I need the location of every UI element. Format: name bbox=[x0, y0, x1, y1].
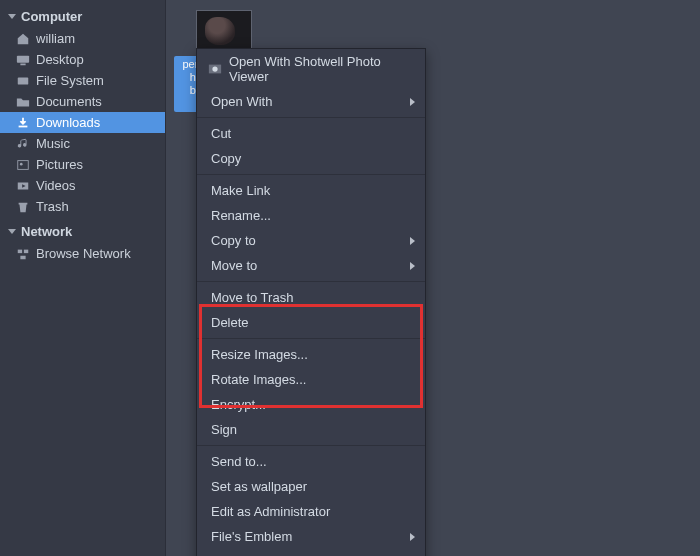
menu-cut[interactable]: Cut bbox=[197, 121, 425, 146]
pictures-icon bbox=[16, 158, 30, 172]
menu-send-to[interactable]: Send to... bbox=[197, 449, 425, 474]
menu-delete[interactable]: Delete bbox=[197, 310, 425, 335]
menu-move-to[interactable]: Move to bbox=[197, 253, 425, 278]
menu-label: Delete bbox=[211, 315, 249, 330]
menu-sign[interactable]: Sign bbox=[197, 417, 425, 442]
menu-rotate-images[interactable]: Rotate Images... bbox=[197, 367, 425, 392]
menu-label: Send to... bbox=[211, 454, 267, 469]
sidebar-item-label: Browse Network bbox=[36, 246, 131, 261]
sidebar-item-desktop[interactable]: Desktop bbox=[0, 49, 165, 70]
svg-rect-2 bbox=[18, 77, 29, 84]
svg-point-11 bbox=[212, 66, 217, 71]
menu-label: Resize Images... bbox=[211, 347, 308, 362]
menu-label: Sign bbox=[211, 422, 237, 437]
menu-label: Move to bbox=[211, 258, 257, 273]
sidebar-item-label: File System bbox=[36, 73, 104, 88]
menu-compress[interactable]: Compress... bbox=[197, 549, 425, 556]
menu-files-emblem[interactable]: File's Emblem bbox=[197, 524, 425, 549]
menu-resize-images[interactable]: Resize Images... bbox=[197, 342, 425, 367]
expand-icon bbox=[8, 14, 16, 19]
sidebar-item-label: william bbox=[36, 31, 75, 46]
sidebar-item-downloads[interactable]: Downloads bbox=[0, 112, 165, 133]
menu-label: Move to Trash bbox=[211, 290, 293, 305]
videos-icon bbox=[16, 179, 30, 193]
network-icon bbox=[16, 247, 30, 261]
svg-rect-1 bbox=[20, 63, 25, 65]
sidebar-item-browse-network[interactable]: Browse Network bbox=[0, 243, 165, 264]
folder-icon bbox=[16, 95, 30, 109]
menu-label: File's Emblem bbox=[211, 529, 292, 544]
chevron-right-icon bbox=[410, 262, 415, 270]
sidebar-item-label: Music bbox=[36, 136, 70, 151]
sidebar-section-computer[interactable]: Computer bbox=[0, 6, 165, 28]
sidebar-item-label: Desktop bbox=[36, 52, 84, 67]
menu-label: Edit as Administrator bbox=[211, 504, 330, 519]
menu-label: Set as wallpaper bbox=[211, 479, 307, 494]
menu-label: Cut bbox=[211, 126, 231, 141]
svg-rect-9 bbox=[20, 255, 25, 259]
sidebar-item-label: Downloads bbox=[36, 115, 100, 130]
menu-separator bbox=[197, 281, 425, 282]
menu-label: Copy to bbox=[211, 233, 256, 248]
sidebar-item-william[interactable]: william bbox=[0, 28, 165, 49]
places-sidebar: Computer william Desktop File System Doc… bbox=[0, 0, 166, 556]
svg-rect-3 bbox=[19, 125, 28, 127]
menu-make-link[interactable]: Make Link bbox=[197, 178, 425, 203]
sidebar-item-filesystem[interactable]: File System bbox=[0, 70, 165, 91]
chevron-right-icon bbox=[410, 533, 415, 541]
section-label: Computer bbox=[21, 9, 82, 24]
menu-separator bbox=[197, 338, 425, 339]
menu-set-wallpaper[interactable]: Set as wallpaper bbox=[197, 474, 425, 499]
menu-label: Open With bbox=[211, 94, 272, 109]
trash-icon bbox=[16, 200, 30, 214]
svg-rect-0 bbox=[17, 55, 29, 62]
download-icon bbox=[16, 116, 30, 130]
expand-icon bbox=[8, 229, 16, 234]
sidebar-item-trash[interactable]: Trash bbox=[0, 196, 165, 217]
menu-label: Make Link bbox=[211, 183, 270, 198]
sidebar-item-videos[interactable]: Videos bbox=[0, 175, 165, 196]
sidebar-item-label: Videos bbox=[36, 178, 76, 193]
menu-label: Open With Shotwell Photo Viewer bbox=[229, 54, 397, 84]
music-icon bbox=[16, 137, 30, 151]
menu-encrypt[interactable]: Encrypt... bbox=[197, 392, 425, 417]
sidebar-item-label: Documents bbox=[36, 94, 102, 109]
menu-move-to-trash[interactable]: Move to Trash bbox=[197, 285, 425, 310]
menu-label: Copy bbox=[211, 151, 241, 166]
menu-rename[interactable]: Rename... bbox=[197, 203, 425, 228]
svg-point-5 bbox=[20, 162, 23, 165]
menu-open-with-shotwell[interactable]: Open With Shotwell Photo Viewer bbox=[197, 49, 425, 89]
menu-separator bbox=[197, 445, 425, 446]
svg-rect-8 bbox=[24, 249, 28, 253]
sidebar-section-network[interactable]: Network bbox=[0, 221, 165, 243]
menu-separator bbox=[197, 117, 425, 118]
disk-icon bbox=[16, 74, 30, 88]
menu-open-with[interactable]: Open With bbox=[197, 89, 425, 114]
sidebar-item-documents[interactable]: Documents bbox=[0, 91, 165, 112]
menu-label: Rename... bbox=[211, 208, 271, 223]
menu-label: Rotate Images... bbox=[211, 372, 306, 387]
sidebar-item-label: Pictures bbox=[36, 157, 83, 172]
home-icon bbox=[16, 32, 30, 46]
menu-copy[interactable]: Copy bbox=[197, 146, 425, 171]
desktop-icon bbox=[16, 53, 30, 67]
context-menu: Open With Shotwell Photo Viewer Open Wit… bbox=[196, 48, 426, 556]
svg-rect-7 bbox=[18, 249, 22, 253]
chevron-right-icon bbox=[410, 98, 415, 106]
shotwell-icon bbox=[207, 62, 222, 77]
svg-rect-4 bbox=[18, 160, 29, 169]
menu-copy-to[interactable]: Copy to bbox=[197, 228, 425, 253]
menu-separator bbox=[197, 174, 425, 175]
menu-edit-as-admin[interactable]: Edit as Administrator bbox=[197, 499, 425, 524]
section-label: Network bbox=[21, 224, 72, 239]
chevron-right-icon bbox=[410, 237, 415, 245]
sidebar-item-music[interactable]: Music bbox=[0, 133, 165, 154]
sidebar-item-pictures[interactable]: Pictures bbox=[0, 154, 165, 175]
file-thumbnail bbox=[196, 10, 252, 52]
sidebar-item-label: Trash bbox=[36, 199, 69, 214]
menu-label: Encrypt... bbox=[211, 397, 266, 412]
